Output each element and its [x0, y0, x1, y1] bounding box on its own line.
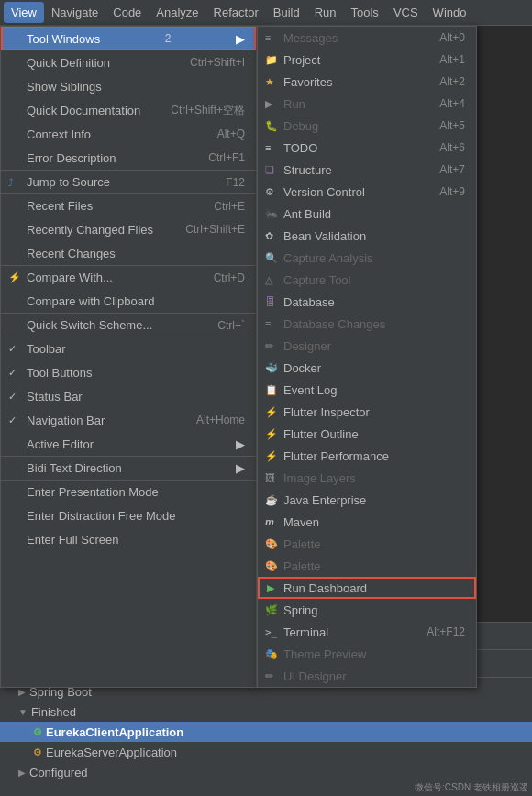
menu-item-error-description[interactable]: Error Description Ctrl+F1 — [1, 146, 256, 170]
menu-item-tool-windows[interactable]: Tool Windows 2 ▶ — [1, 27, 256, 50]
menu-item-quick-documentation[interactable]: Quick Documentation Ctrl+Shift+空格 — [1, 98, 256, 122]
sub-run-dashboard[interactable]: ▶ Run Dashboard — [258, 577, 476, 599]
database-changes-icon: ≡ — [265, 318, 271, 329]
capture-tool-icon: △ — [265, 274, 272, 286]
eureka-client-icon: ⚙ — [33, 726, 42, 738]
sub-ant-build[interactable]: 🐜 Ant Build — [258, 203, 476, 225]
sub-docker[interactable]: 🐳 Docker — [258, 357, 476, 379]
menubar-tools[interactable]: Tools — [344, 2, 386, 23]
sub-project[interactable]: 📁 Project Alt+1 — [258, 49, 476, 71]
tree-configured[interactable]: ▶ Configured — [0, 762, 532, 782]
palette-2-icon: 🎨 — [265, 560, 278, 572]
image-layers-icon: 🖼 — [265, 472, 275, 483]
menu-item-recently-changed[interactable]: Recently Changed Files Ctrl+Shift+E — [1, 217, 256, 241]
flutter-performance-icon: ⚡ — [265, 450, 278, 462]
terminal-icon: >_ — [265, 626, 277, 638]
sub-todo[interactable]: ≡ TODO Alt+6 — [258, 137, 476, 159]
sub-version-control[interactable]: ⚙ Version Control Alt+9 — [258, 181, 476, 203]
menu-item-full-screen[interactable]: Enter Full Screen — [1, 527, 256, 551]
sub-database-changes[interactable]: ≡ Database Changes — [258, 313, 476, 335]
sub-designer[interactable]: ✏ Designer — [258, 335, 476, 357]
menubar-analyze[interactable]: Analyze — [149, 2, 205, 23]
sub-favorites[interactable]: ★ Favorites Alt+2 — [258, 71, 476, 93]
menubar-code[interactable]: Code — [105, 2, 149, 23]
debug-icon: 🐛 — [265, 120, 278, 132]
menubar-refactor[interactable]: Refactor — [206, 2, 266, 23]
tree-eureka-server[interactable]: ⚙ EurekaServerApplication — [0, 742, 532, 762]
arrow-icon: ▶ — [217, 32, 245, 46]
menu-item-bidi-text[interactable]: Bidi Text Direction ▶ — [1, 456, 256, 480]
menubar-vcs[interactable]: VCS — [386, 2, 426, 23]
tool-windows-submenu: ≡ Messages Alt+0 📁 Project Alt+1 ★ Favor… — [257, 26, 477, 688]
menu-item-presentation-mode[interactable]: Enter Presentation Mode — [1, 480, 256, 503]
sub-messages[interactable]: ≡ Messages Alt+0 — [258, 27, 476, 49]
sub-palette-2[interactable]: 🎨 Palette — [258, 555, 476, 577]
sub-spring[interactable]: 🌿 Spring — [258, 599, 476, 621]
menu-item-navigation-bar[interactable]: ✓ Navigation Bar Alt+Home — [1, 408, 256, 432]
sub-palette-1[interactable]: 🎨 Palette — [258, 533, 476, 555]
menu-item-quick-definition[interactable]: Quick Definition Ctrl+Shift+I — [1, 50, 256, 74]
sub-capture-tool[interactable]: △ Capture Tool — [258, 269, 476, 291]
status-bar-check-icon: ✓ — [8, 391, 17, 403]
finished-arrow: ▼ — [18, 707, 28, 717]
database-icon: 🗄 — [265, 296, 275, 307]
spring-boot-arrow: ▶ — [18, 687, 26, 697]
menubar-window[interactable]: Windo — [426, 2, 474, 23]
run-icon: ▶ — [265, 98, 272, 110]
compare-icon: ⚡ — [8, 271, 21, 283]
configured-label: Configured — [29, 766, 88, 779]
sub-flutter-inspector[interactable]: ⚡ Flutter Inspector — [258, 401, 476, 423]
maven-icon: m — [265, 516, 274, 527]
tree-finished[interactable]: ▼ Finished — [0, 702, 532, 722]
structure-icon: ❏ — [265, 164, 274, 176]
bidi-arrow: ▶ — [217, 461, 245, 475]
sub-theme-preview[interactable]: 🎭 Theme Preview — [258, 643, 476, 665]
tree-eureka-client[interactable]: ⚙ EurekaClientApplication — [0, 722, 532, 742]
flutter-outline-icon: ⚡ — [265, 428, 278, 440]
sub-flutter-outline[interactable]: ⚡ Flutter Outline — [258, 423, 476, 445]
sub-ui-designer[interactable]: ✏ UI Designer — [258, 665, 476, 687]
menu-item-jump-to-source[interactable]: ⤴ Jump to Source F12 — [1, 170, 256, 193]
menu-item-active-editor[interactable]: Active Editor ▶ — [1, 432, 256, 456]
sub-capture-analysis[interactable]: 🔍 Capture Analysis — [258, 247, 476, 269]
sub-database[interactable]: 🗄 Database — [258, 291, 476, 313]
menu-item-compare-clipboard[interactable]: Compare with Clipboard — [1, 289, 256, 313]
menu-item-quick-switch[interactable]: Quick Switch Scheme... Ctrl+` — [1, 313, 256, 337]
sub-terminal[interactable]: >_ Terminal Alt+F12 — [258, 621, 476, 643]
menu-item-compare-with[interactable]: ⚡ Compare With... Ctrl+D — [1, 265, 256, 289]
menu-item-distraction-free[interactable]: Enter Distraction Free Mode — [1, 503, 256, 527]
sub-debug[interactable]: 🐛 Debug Alt+5 — [258, 115, 476, 137]
eureka-server-icon: ⚙ — [33, 746, 42, 758]
sub-java-enterprise[interactable]: ☕ Java Enterprise — [258, 489, 476, 511]
ant-build-icon: 🐜 — [265, 208, 278, 220]
sub-maven[interactable]: m Maven — [258, 511, 476, 533]
menu-item-recent-changes[interactable]: Recent Changes — [1, 241, 256, 265]
sub-run[interactable]: ▶ Run Alt+4 — [258, 93, 476, 115]
run-dashboard-tree: ▶ Spring Boot ▼ Finished ⚙ EurekaClientA… — [0, 678, 532, 786]
jump-source-icon: ⤴ — [8, 177, 14, 188]
menu-item-tool-buttons[interactable]: ✓ Tool Buttons — [1, 360, 256, 384]
menubar: View Navigate Code Analyze Refactor Buil… — [0, 0, 532, 26]
spring-icon: 🌿 — [265, 604, 278, 616]
menubar-view[interactable]: View — [4, 2, 44, 23]
theme-preview-icon: 🎭 — [265, 648, 278, 660]
menu-item-toolbar[interactable]: ✓ Toolbar — [1, 337, 256, 360]
menu-item-context-info[interactable]: Context Info Alt+Q — [1, 122, 256, 146]
sub-image-layers[interactable]: 🖼 Image Layers — [258, 467, 476, 489]
sub-event-log[interactable]: 📋 Event Log — [258, 379, 476, 401]
capture-analysis-icon: 🔍 — [265, 252, 278, 264]
sub-structure[interactable]: ❏ Structure Alt+7 — [258, 159, 476, 181]
menubar-run[interactable]: Run — [307, 2, 344, 23]
configured-arrow: ▶ — [18, 768, 26, 778]
menubar-build[interactable]: Build — [266, 2, 307, 23]
docker-icon: 🐳 — [265, 362, 278, 374]
menu-item-recent-files[interactable]: Recent Files Ctrl+E — [1, 193, 256, 217]
sub-flutter-performance[interactable]: ⚡ Flutter Performance — [258, 445, 476, 467]
messages-icon: ≡ — [265, 32, 271, 43]
menubar-navigate[interactable]: Navigate — [44, 2, 105, 23]
eureka-client-label: EurekaClientApplication — [46, 725, 183, 739]
sub-bean-validation[interactable]: ✿ Bean Validation — [258, 225, 476, 247]
menu-item-show-siblings[interactable]: Show Siblings — [1, 74, 256, 98]
menu-item-status-bar[interactable]: ✓ Status Bar — [1, 384, 256, 408]
flutter-inspector-icon: ⚡ — [265, 406, 278, 418]
